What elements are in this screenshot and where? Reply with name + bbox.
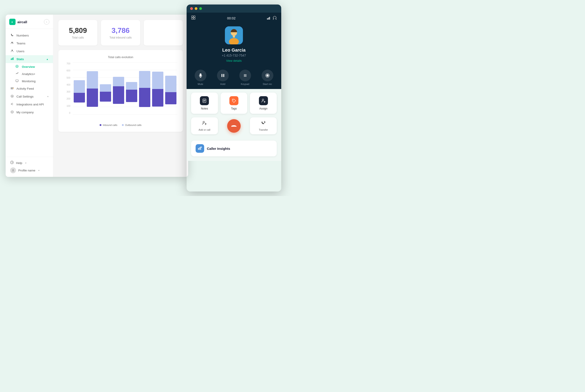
- sidebar-item-my-company[interactable]: My company: [6, 108, 53, 116]
- grid-line-600: [73, 70, 177, 70]
- bar-group-1: [87, 71, 98, 114]
- insights-card[interactable]: Caller Insights: [191, 140, 277, 156]
- analytics-icon: [16, 72, 20, 76]
- sidebar-profile-label: Profile name: [18, 169, 36, 172]
- notes-button[interactable]: Notes: [191, 92, 218, 114]
- svg-point-37: [246, 76, 246, 77]
- phone-titlebar: [186, 4, 281, 12]
- sidebar-item-users-label: Users: [16, 50, 24, 53]
- mute-button[interactable]: Mute: [190, 70, 211, 86]
- svg-point-9: [17, 66, 18, 67]
- bar-inbound-5: [139, 88, 150, 107]
- svg-point-33: [245, 75, 246, 76]
- legend-outbound-dot: [122, 124, 124, 126]
- monitoring-icon: [16, 79, 20, 83]
- aircall-logo: a: [9, 19, 16, 25]
- sidebar-item-users[interactable]: Users: [6, 47, 53, 55]
- svg-point-32: [244, 75, 244, 76]
- start-rec-button[interactable]: Start rec: [257, 70, 278, 86]
- start-rec-label: Start rec: [263, 83, 272, 86]
- sidebar-brand-name: aircall: [17, 20, 27, 24]
- sidebar-subitem-monitoring-label: Monitoring: [22, 80, 36, 83]
- sidebar-item-activity-feed-label: Activity Feed: [16, 87, 34, 90]
- overview-icon: [16, 65, 20, 68]
- sidebar-subitem-monitoring[interactable]: Monitoring: [6, 78, 53, 85]
- tags-icon: [230, 96, 238, 105]
- keypad-button[interactable]: Keypad: [235, 70, 255, 86]
- svg-rect-26: [233, 35, 235, 38]
- bar-outbound-0: [74, 80, 85, 93]
- total-calls-label: Total calls: [64, 36, 92, 39]
- svg-point-31: [246, 74, 246, 75]
- svg-rect-21: [192, 18, 193, 19]
- insights-section: Caller Insights: [186, 138, 281, 161]
- sidebar-subitem-overview-label: Overview: [22, 65, 35, 68]
- bar-outbound-7: [165, 76, 176, 92]
- sidebar-item-activity-feed[interactable]: Activity Feed: [6, 85, 53, 92]
- svg-rect-11: [16, 80, 18, 82]
- bar-group-5: [139, 71, 150, 114]
- caller-section: Leo Garcia +1 415-732-7547 View details: [186, 23, 281, 67]
- sidebar-back-button[interactable]: ‹: [44, 19, 49, 24]
- bar-inbound-2: [100, 92, 111, 102]
- sidebar-item-my-company-label: My company: [16, 110, 34, 114]
- view-details-link[interactable]: View details: [226, 59, 242, 62]
- sidebar-item-stats[interactable]: Stats ▲: [6, 55, 53, 63]
- bar-inbound-1: [87, 88, 98, 107]
- users-icon: [10, 49, 14, 53]
- sidebar-header: a aircall ‹: [6, 15, 53, 29]
- sidebar-item-integrations[interactable]: Integrations and API: [6, 100, 53, 108]
- bar-group-3: [113, 77, 124, 114]
- caller-number: +1 415-732-7547: [222, 54, 246, 57]
- add-or-call-button[interactable]: Add or call: [191, 117, 218, 134]
- svg-point-47: [201, 147, 202, 148]
- sidebar-item-call-settings[interactable]: Call Settings ▾: [6, 92, 53, 100]
- assign-button[interactable]: Assign: [250, 92, 277, 114]
- main-content: 5,809 Total calls 3,786 Total inbound ca…: [53, 15, 188, 177]
- sidebar-item-integrations-label: Integrations and API: [16, 103, 44, 106]
- sidebar-item-numbers[interactable]: Numbers: [6, 32, 53, 40]
- expand-icon[interactable]: [191, 15, 196, 21]
- sidebar-bottom: ? Help ▾ Profile name ▾: [6, 157, 53, 177]
- legend-outbound-label: Outbound calls: [125, 124, 142, 126]
- bar-inbound-3: [113, 86, 124, 104]
- legend-inbound: Inbound calls: [100, 124, 118, 126]
- transfer-button[interactable]: Transfer: [250, 117, 277, 134]
- stat-card-total-calls: 5,809 Total calls: [58, 20, 97, 46]
- stat-card-empty: [144, 20, 183, 46]
- bar-inbound-0: [74, 93, 85, 102]
- sidebar-subitem-analytics[interactable]: Analytics+: [6, 70, 53, 78]
- window-dot-yellow[interactable]: [195, 7, 198, 10]
- tags-button[interactable]: Tags: [220, 92, 248, 114]
- assign-label: Assign: [259, 107, 268, 110]
- svg-point-41: [233, 100, 234, 100]
- bar-outbound-2: [100, 84, 111, 92]
- bottom-action-bar: Add or call Transfer: [186, 117, 281, 138]
- window-dot-red[interactable]: [190, 7, 193, 10]
- headset-icon[interactable]: [273, 16, 277, 21]
- grid-line-0: [73, 114, 177, 114]
- hold-label: Hold: [220, 83, 225, 86]
- stats-cards-row: 5,809 Total calls 3,786 Total inbound ca…: [58, 20, 183, 46]
- chart-area: 700 600 500 400 300 200 100 0: [64, 62, 177, 121]
- tags-label: Tags: [231, 107, 236, 110]
- svg-point-39: [266, 74, 268, 76]
- chart-card: Total calls evolution 700 600 500 400 30…: [58, 50, 183, 132]
- sidebar-profile-item[interactable]: Profile name ▾: [10, 168, 48, 173]
- sidebar-subitem-overview[interactable]: Overview: [6, 63, 53, 70]
- svg-point-2: [11, 42, 12, 43]
- svg-rect-19: [192, 16, 193, 17]
- caller-name: Leo Garcia: [222, 48, 246, 53]
- window-dot-green[interactable]: [199, 7, 202, 10]
- hangup-button[interactable]: [227, 119, 241, 133]
- svg-point-14: [12, 96, 12, 97]
- sidebar-help-item[interactable]: ? Help ▾: [10, 161, 48, 165]
- sidebar-item-teams[interactable]: Teams: [6, 40, 53, 47]
- company-icon: [10, 110, 14, 114]
- chart-title: Total calls evolution: [64, 56, 177, 59]
- sidebar-subitem-analytics-label: Analytics+: [22, 72, 36, 76]
- bar-outbound-4: [126, 82, 137, 90]
- bar-group-7: [165, 76, 176, 114]
- svg-point-18: [12, 170, 14, 170]
- hold-button[interactable]: Hold: [212, 70, 233, 86]
